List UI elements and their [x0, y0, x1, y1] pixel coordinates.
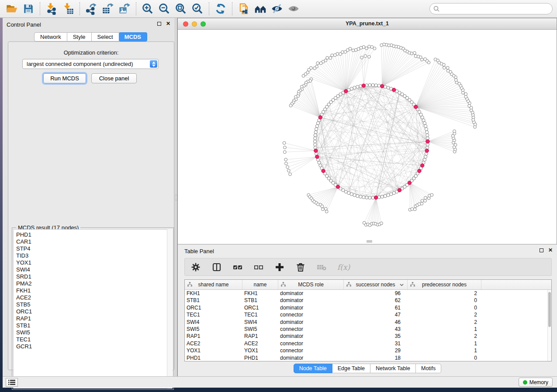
zoom-fit-button[interactable] — [173, 1, 188, 16]
tab-edge-table[interactable]: Edge Table — [332, 364, 370, 373]
network-hub-node[interactable] — [408, 181, 411, 185]
network-node[interactable] — [315, 127, 318, 131]
network-node[interactable] — [316, 62, 319, 65]
mcds-result-node[interactable]: ORC1 — [14, 308, 172, 315]
network-node[interactable] — [315, 124, 318, 127]
network-node[interactable] — [365, 47, 368, 50]
network-node[interactable] — [325, 210, 328, 213]
network-node[interactable] — [424, 196, 427, 199]
network-node[interactable] — [353, 194, 356, 197]
network-node[interactable] — [381, 195, 384, 198]
network-node[interactable] — [360, 56, 363, 59]
memory-button[interactable]: Memory — [519, 378, 553, 387]
network-node[interactable] — [314, 137, 317, 140]
import-table-button[interactable] — [61, 1, 76, 16]
zoom-in-button[interactable] — [140, 1, 155, 16]
network-node[interactable] — [411, 208, 414, 211]
network-node[interactable] — [380, 222, 383, 225]
network-hub-node[interactable] — [374, 196, 378, 199]
network-node[interactable] — [368, 55, 371, 58]
network-node[interactable] — [344, 51, 347, 54]
export-table-button[interactable] — [100, 1, 115, 16]
table-row[interactable]: SWI4SWI4dominator462 — [185, 319, 551, 326]
network-hub-node[interactable] — [315, 155, 319, 158]
network-node[interactable] — [384, 195, 387, 198]
network-hub-node[interactable] — [426, 140, 429, 143]
network-node[interactable] — [421, 199, 424, 203]
network-hub-node[interactable] — [314, 149, 318, 152]
network-node[interactable] — [426, 131, 429, 134]
tab-network[interactable]: Network — [34, 32, 67, 41]
network-node[interactable] — [331, 54, 334, 57]
tab-mcds[interactable]: MCDS — [119, 32, 147, 41]
network-hub-node[interactable] — [418, 169, 421, 172]
column-header-successor-nodes[interactable]: successor nodes — [344, 280, 408, 289]
function-builder-button[interactable]: f(x) — [337, 263, 350, 272]
scrollbar-thumb[interactable] — [548, 292, 551, 327]
network-node[interactable] — [289, 173, 292, 176]
network-window-titlebar[interactable]: YPA_prune.txt_1 — [178, 18, 557, 30]
show-all-button[interactable] — [286, 1, 301, 16]
horizontal-splitter-handle[interactable] — [367, 240, 372, 243]
network-node[interactable] — [356, 195, 359, 198]
network-hub-node[interactable] — [362, 84, 365, 87]
network-hub-node[interactable] — [425, 149, 429, 152]
network-node[interactable] — [283, 141, 286, 144]
network-node[interactable] — [289, 104, 292, 107]
table-row[interactable]: RAP1RAP1dominator352 — [185, 333, 551, 340]
open-file-button[interactable] — [4, 1, 19, 16]
close-panel-icon[interactable]: ✕ — [548, 248, 553, 252]
unselect-all-rows-button[interactable] — [253, 262, 264, 272]
network-node[interactable] — [352, 49, 355, 52]
mcds-result-node[interactable]: YOX1 — [14, 259, 172, 266]
result-scrollbar[interactable] — [167, 229, 173, 389]
network-node[interactable] — [286, 165, 289, 168]
network-hub-node[interactable] — [398, 189, 401, 192]
network-node[interactable] — [314, 131, 317, 134]
network-node[interactable] — [319, 62, 322, 65]
mcds-result-node[interactable]: PHD1 — [14, 230, 172, 238]
float-panel-icon[interactable] — [540, 248, 543, 252]
mcds-result-node[interactable]: STB1 — [14, 322, 172, 329]
network-node[interactable] — [314, 143, 317, 146]
table-settings-button[interactable] — [190, 262, 201, 272]
network-node[interactable] — [434, 58, 437, 61]
table-scrollbar[interactable] — [547, 290, 551, 361]
column-header-shared-name[interactable]: shared name — [185, 280, 242, 289]
network-node[interactable] — [329, 56, 332, 59]
network-hub-node[interactable] — [322, 169, 325, 172]
mcds-result-node[interactable]: STP4 — [14, 245, 172, 252]
network-node[interactable] — [387, 86, 390, 89]
network-node[interactable] — [287, 169, 290, 172]
add-row-button[interactable] — [274, 262, 285, 272]
network-node[interactable] — [316, 122, 319, 125]
network-node[interactable] — [359, 195, 362, 198]
network-node[interactable] — [446, 66, 449, 69]
network-node[interactable] — [324, 207, 327, 210]
export-network-button[interactable] — [84, 1, 99, 16]
tab-style[interactable]: Style — [67, 32, 92, 41]
network-hub-node[interactable] — [318, 116, 322, 119]
close-panel-icon[interactable]: ✕ — [166, 22, 170, 26]
table-row[interactable]: SWI5SWI5connector431 — [185, 326, 551, 333]
network-node[interactable] — [365, 196, 368, 199]
float-panel-icon[interactable] — [157, 22, 161, 26]
table-row[interactable]: FKH1FKH1dominator962 — [185, 290, 551, 297]
hide-selected-button[interactable] — [270, 1, 284, 16]
network-node[interactable] — [321, 205, 324, 208]
import-network-button[interactable] — [44, 1, 59, 16]
search-input[interactable] — [440, 4, 552, 13]
table-row[interactable]: YOX1YOX1connector291 — [185, 347, 551, 354]
tab-select[interactable]: Select — [92, 32, 119, 41]
table-row[interactable]: STB1STB1dominator620 — [185, 297, 551, 304]
optimization-criterion-select[interactable]: largest connected component (undirected) — [22, 59, 159, 69]
first-neighbors-button[interactable] — [253, 1, 268, 16]
network-node[interactable] — [414, 55, 417, 58]
network-hub-node[interactable] — [381, 84, 384, 88]
close-panel-button[interactable]: Close panel — [91, 73, 137, 83]
network-node[interactable] — [424, 124, 427, 127]
network-node[interactable] — [368, 83, 371, 86]
tab-node-table[interactable]: Node Table — [294, 364, 332, 373]
network-node[interactable] — [413, 208, 416, 211]
network-node[interactable] — [464, 93, 467, 96]
